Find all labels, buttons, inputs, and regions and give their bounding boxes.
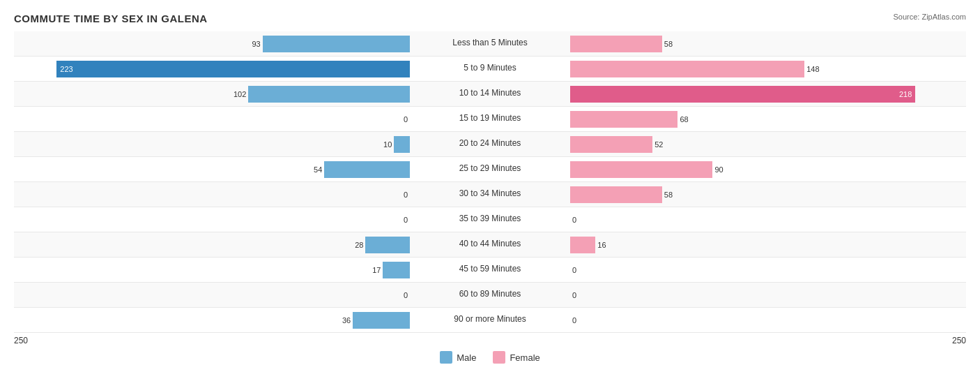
bar-row: 3690 or more Minutes0 xyxy=(14,308,966,333)
male-bar-container: 28 xyxy=(365,237,490,253)
axis-labels: 250 250 xyxy=(14,336,966,345)
female-value: 68 xyxy=(680,115,688,124)
male-bar: 36 xyxy=(353,312,410,329)
female-bar: 90 xyxy=(570,161,712,178)
source-label: Source: ZipAtlas.com xyxy=(893,13,966,21)
female-value: 58 xyxy=(664,191,673,199)
female-value: 58 xyxy=(664,40,673,48)
legend-male: Male xyxy=(440,351,476,364)
female-value: 218 xyxy=(899,90,912,98)
male-value: 0 xyxy=(404,216,408,224)
legend-female: Female xyxy=(493,351,539,364)
bar-row: 060 to 89 Minutes0 xyxy=(14,283,966,308)
bar-row: 93Less than 5 Minutes58 xyxy=(14,31,966,57)
female-bar-container: 58 xyxy=(490,186,662,203)
female-label: Female xyxy=(510,352,539,363)
female-value: 52 xyxy=(654,140,663,149)
female-bar-container: 52 xyxy=(490,136,652,153)
male-bar: 28 xyxy=(365,237,410,253)
male-bar: 93 xyxy=(263,36,410,52)
bar-row: 015 to 19 Minutes68 xyxy=(14,107,966,132)
bar-row: 035 to 39 Minutes0 xyxy=(14,207,966,232)
female-bar-container: 0 xyxy=(490,312,570,329)
female-bar: 58 xyxy=(570,36,662,52)
chart-title: COMMUTE TIME BY SEX IN GALENA xyxy=(14,13,966,24)
male-bar-container: 0 xyxy=(410,186,490,203)
chart-container: COMMUTE TIME BY SEX IN GALENA Source: Zi… xyxy=(0,0,980,365)
female-bar: 52 xyxy=(570,136,652,153)
male-value: 223 xyxy=(60,65,72,73)
female-bar-container: 16 xyxy=(490,237,595,253)
bar-row: 2235 to 9 Minutes148 xyxy=(14,57,966,82)
female-value: 0 xyxy=(572,316,576,325)
male-bar: 223 xyxy=(56,61,410,77)
male-bar-container: 102 xyxy=(248,86,490,103)
female-bar: 58 xyxy=(570,186,662,203)
male-bar-container: 0 xyxy=(410,287,490,304)
male-bar: 10 xyxy=(394,136,410,153)
male-label: Male xyxy=(457,352,476,363)
male-value: 28 xyxy=(355,241,363,249)
female-bar: 68 xyxy=(570,111,677,128)
female-bar-container: 58 xyxy=(490,36,662,52)
female-bar-container: 0 xyxy=(490,262,570,278)
axis-left: 250 xyxy=(14,336,28,345)
female-swatch xyxy=(493,351,505,364)
male-value: 93 xyxy=(252,40,260,48)
legend-area: Male Female xyxy=(14,351,966,364)
male-value: 102 xyxy=(233,90,246,98)
male-value: 17 xyxy=(372,266,381,274)
female-value: 0 xyxy=(572,266,576,274)
male-value: 54 xyxy=(314,165,322,174)
male-bar-container: 54 xyxy=(324,161,490,178)
male-bar-container: 36 xyxy=(353,312,490,329)
bar-row: 1745 to 59 Minutes0 xyxy=(14,258,966,283)
male-value: 0 xyxy=(404,115,408,124)
female-bar: 148 xyxy=(570,61,804,77)
bar-row: 030 to 34 Minutes58 xyxy=(14,182,966,207)
bar-row: 2840 to 44 Minutes16 xyxy=(14,232,966,258)
male-bar-container: 0 xyxy=(410,111,490,128)
female-bar-container: 90 xyxy=(490,161,712,178)
rows-area: 93Less than 5 Minutes582235 to 9 Minutes… xyxy=(14,31,966,333)
male-value: 0 xyxy=(404,191,408,199)
male-bar-container: 10 xyxy=(394,136,490,153)
bar-row: 10210 to 14 Minutes218 xyxy=(14,82,966,107)
male-bar-container: 0 xyxy=(410,211,490,228)
male-bar: 17 xyxy=(383,262,410,278)
female-value: 90 xyxy=(714,165,723,174)
male-swatch xyxy=(440,351,452,364)
male-value: 10 xyxy=(383,140,392,149)
male-bar-container: 17 xyxy=(383,262,490,278)
female-value: 0 xyxy=(572,291,576,299)
bar-row: 1020 to 24 Minutes52 xyxy=(14,132,966,157)
female-value: 148 xyxy=(806,65,819,73)
bar-row: 5425 to 29 Minutes90 xyxy=(14,157,966,182)
male-value: 0 xyxy=(404,291,408,299)
male-value: 36 xyxy=(342,316,351,325)
female-bar: 218 xyxy=(570,86,915,103)
male-bar: 102 xyxy=(248,86,410,103)
axis-right: 250 xyxy=(952,336,966,345)
male-bar: 54 xyxy=(324,161,410,178)
female-bar-container: 148 xyxy=(490,61,804,77)
female-bar-container: 68 xyxy=(490,111,677,128)
female-bar-container: 0 xyxy=(490,287,570,304)
female-bar-container: 0 xyxy=(490,211,570,228)
female-value: 0 xyxy=(572,216,576,224)
female-bar-container: 218 xyxy=(490,86,915,103)
female-bar: 16 xyxy=(570,237,595,253)
female-value: 16 xyxy=(597,241,606,249)
male-bar-container: 93 xyxy=(263,36,490,52)
male-bar-container: 223 xyxy=(56,61,490,77)
